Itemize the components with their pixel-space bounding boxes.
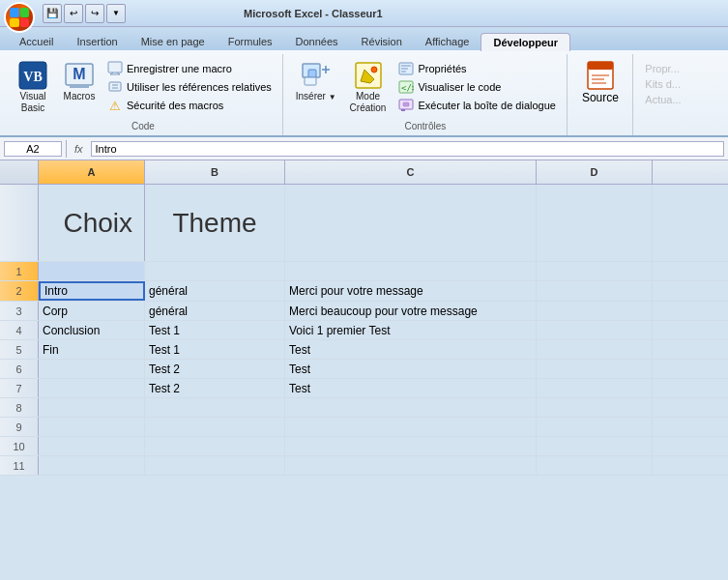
cell-8-d[interactable] [537, 398, 653, 417]
ribbon-tabs: Accueil Insertion Mise en page Formules … [0, 27, 728, 50]
svg-rect-28 [403, 102, 409, 106]
tab-developpeur[interactable]: Développeur [480, 33, 570, 51]
svg-rect-27 [401, 109, 405, 111]
cell-6-a[interactable] [39, 360, 145, 378]
cell-5-b[interactable]: Test 1 [145, 340, 285, 359]
cell-7-d[interactable] [537, 379, 653, 397]
svg-rect-14 [305, 77, 316, 85]
cell-9-c[interactable] [285, 418, 537, 436]
warning-icon: ⚠ [107, 98, 123, 113]
undo-button[interactable]: ↩ [64, 4, 83, 23]
propr-button[interactable]: Propr... [642, 62, 684, 75]
cell-10-d[interactable] [537, 437, 653, 455]
cell-8-c[interactable] [285, 398, 537, 417]
visual-basic-button[interactable]: VB VisualBasic [12, 58, 54, 116]
choix-header-cell[interactable]: Choix [39, 185, 145, 261]
table-row: 11 [0, 456, 728, 476]
cell-6-d[interactable] [537, 360, 653, 378]
ribbon-group-controles: Insérer ▼ ModeCréation [284, 54, 568, 135]
cell-6-b[interactable]: Test 2 [145, 360, 285, 378]
cell-7-a[interactable] [39, 379, 145, 397]
tab-donnees[interactable]: Données [284, 33, 350, 50]
vb-label: VisualBasic [19, 91, 45, 114]
cell-5-c[interactable]: Test [285, 340, 537, 359]
cell-11-a[interactable] [39, 456, 145, 475]
row-num-2: 2 [0, 281, 39, 301]
cell-4-d[interactable] [537, 321, 653, 339]
cell-9-d[interactable] [537, 418, 653, 436]
macros-button[interactable]: M Macros [58, 58, 101, 104]
kits-button[interactable]: Kits d... [642, 77, 684, 91]
cell-7-c[interactable]: Test [285, 379, 537, 397]
cell-5-d[interactable] [537, 340, 653, 359]
mode-creation-button[interactable]: ModeCréation [346, 58, 391, 116]
utiliser-references-label: Utiliser les références relatives [127, 81, 272, 93]
cell-7-b[interactable]: Test 2 [145, 379, 285, 397]
source-button[interactable]: Source [576, 58, 625, 106]
cell-1-a[interactable] [39, 262, 145, 280]
cell-4-a[interactable]: Conclusion [39, 321, 145, 339]
cell-reference[interactable]: A2 [4, 141, 62, 157]
actua-button[interactable]: Actua... [642, 93, 684, 106]
enregistrer-macro-button[interactable]: Enregistrer une macro [104, 60, 275, 77]
svg-rect-9 [109, 82, 121, 91]
cell-10-a[interactable] [39, 437, 145, 455]
office-button[interactable] [4, 2, 35, 33]
cell-2-b[interactable]: général [145, 281, 285, 301]
cell-1-c[interactable] [285, 262, 537, 280]
cell-11-c[interactable] [285, 456, 537, 475]
cell-4-c[interactable]: Voici 1 premier Test [285, 321, 537, 339]
cell-6-c[interactable]: Test [285, 360, 537, 378]
cell-3-b[interactable]: général [145, 302, 285, 320]
tab-insertion[interactable]: Insertion [65, 33, 129, 50]
controles-small-col: Propriétés </> Visualiser le code [395, 60, 559, 114]
col-c-header-cell[interactable] [285, 185, 537, 261]
cell-5-a[interactable]: Fin [39, 340, 145, 359]
utiliser-references-button[interactable]: Utiliser les références relatives [104, 78, 275, 96]
cell-3-a[interactable]: Corp [39, 302, 145, 320]
cell-4-b[interactable]: Test 1 [145, 321, 285, 339]
cell-2-c[interactable]: Merci pour votre message [285, 281, 537, 301]
cell-9-a[interactable] [39, 418, 145, 436]
cell-10-b[interactable] [145, 437, 285, 455]
tab-revision[interactable]: Révision [350, 33, 414, 50]
save-button[interactable]: 💾 [43, 4, 62, 23]
cell-1-d[interactable] [537, 262, 653, 280]
tab-affichage[interactable]: Affichage [414, 33, 481, 50]
securite-macros-button[interactable]: ⚠ Sécurité des macros [104, 97, 275, 114]
cell-11-b[interactable] [145, 456, 285, 475]
proprietes-button[interactable]: Propriétés [395, 60, 559, 77]
row-num-4: 4 [0, 321, 39, 339]
executer-boite-button[interactable]: Exécuter la boîte de dialogue [395, 97, 559, 114]
inserer-button[interactable]: Insérer ▼ [292, 58, 340, 103]
cell-1-b[interactable] [145, 262, 285, 280]
tab-formules[interactable]: Formules [217, 33, 284, 50]
cell-2-a[interactable]: Intro [39, 281, 145, 301]
formula-separator [66, 140, 67, 158]
customize-button[interactable]: ▼ [106, 4, 126, 23]
cell-3-c[interactable]: Merci beaucoup pour votre message [285, 302, 537, 320]
ribbon-group-overflow: Propr... Kits d... Actua... [634, 54, 692, 135]
cell-9-b[interactable] [145, 418, 285, 436]
col-header-a[interactable]: A [39, 160, 145, 184]
redo-button[interactable]: ↪ [85, 4, 104, 23]
cell-3-d[interactable] [537, 302, 653, 320]
cell-8-b[interactable] [145, 398, 285, 417]
securite-macros-label: Sécurité des macros [127, 100, 223, 111]
formula-input[interactable] [91, 141, 724, 157]
col-header-b[interactable]: B [145, 160, 285, 184]
cell-11-d[interactable] [537, 456, 653, 475]
col-header-c[interactable]: C [285, 160, 537, 184]
visualiser-code-button[interactable]: </> Visualiser le code [395, 78, 559, 96]
tab-mise-en-page[interactable]: Mise en page [130, 33, 217, 50]
fx-button[interactable]: fx [71, 143, 87, 155]
cell-10-c[interactable] [285, 437, 537, 455]
theme-header-cell[interactable]: Theme [145, 185, 285, 261]
col-header-d[interactable]: D [537, 160, 653, 184]
cell-8-a[interactable] [39, 398, 145, 417]
row-num-1: 1 [0, 262, 39, 280]
tab-accueil[interactable]: Accueil [8, 33, 65, 50]
col-d-header-cell[interactable] [537, 185, 653, 261]
cell-2-d[interactable] [537, 281, 653, 301]
row-num-11: 11 [0, 456, 39, 475]
